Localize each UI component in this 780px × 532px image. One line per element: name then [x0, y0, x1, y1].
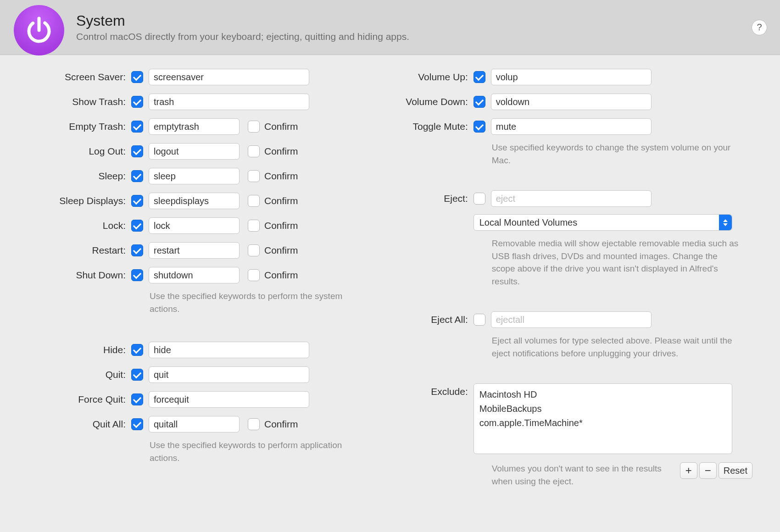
row-exclude: Exclude: Macintosh HD MobileBackups com.…: [377, 383, 752, 454]
system_actions-label: Sleep:: [0, 171, 131, 182]
row-app_actions-1: Quit:: [0, 366, 350, 383]
app_actions-checkbox[interactable]: [131, 369, 143, 381]
system_actions-checkbox[interactable]: [131, 121, 143, 133]
volume_actions-input[interactable]: [491, 69, 652, 85]
system_actions-checkbox[interactable]: [131, 96, 143, 108]
system_actions-input[interactable]: [149, 168, 240, 184]
system_actions-input[interactable]: [149, 193, 240, 209]
system_actions-checkbox[interactable]: [131, 170, 143, 182]
system_actions-checkbox[interactable]: [131, 244, 143, 256]
app_actions-input[interactable]: [149, 342, 309, 358]
exclude-label: Exclude:: [377, 383, 474, 397]
app_actions-checkbox[interactable]: [131, 344, 143, 356]
volume_actions-label: Volume Down:: [377, 96, 474, 107]
row-system_actions-0: Screen Saver:: [0, 69, 350, 85]
exclude-add-button[interactable]: +: [680, 462, 697, 479]
exclude-item[interactable]: Macintosh HD: [479, 388, 726, 402]
system_actions-input[interactable]: [149, 94, 309, 110]
row-volume_actions-2: Toggle Mute:: [377, 118, 752, 135]
system_actions-checkbox[interactable]: [131, 269, 143, 281]
column-volume-eject: Volume Up:Volume Down:Toggle Mute: Use s…: [377, 69, 752, 488]
volume_actions-label: Toggle Mute:: [377, 121, 474, 132]
exclude-reset-button[interactable]: Reset: [719, 462, 752, 479]
confirm-checkbox[interactable]: [248, 121, 260, 133]
confirm-wrap: Confirm: [248, 269, 298, 281]
row-volume_actions-0: Volume Up:: [377, 69, 752, 85]
exclude-footer: Volumes you don't want to see in the res…: [474, 462, 752, 488]
confirm-wrap: Confirm: [248, 121, 298, 133]
system_actions-label: Sleep Displays:: [0, 195, 131, 206]
eject-input[interactable]: [491, 190, 652, 207]
exclude-caption: Volumes you don't want to see in the res…: [492, 462, 680, 488]
system_actions-input[interactable]: [149, 118, 240, 135]
app_actions-label: Quit All:: [0, 419, 131, 430]
confirm-label: Confirm: [264, 220, 298, 231]
confirm-checkbox[interactable]: [248, 145, 260, 157]
system_actions-input[interactable]: [149, 267, 240, 283]
row-eject-all: Eject All:: [377, 311, 752, 328]
volume_actions-checkbox[interactable]: [474, 71, 485, 83]
confirm-label: Confirm: [264, 171, 298, 182]
row-system_actions-5: Sleep Displays:Confirm: [0, 193, 350, 209]
system_actions-input[interactable]: [149, 242, 240, 259]
confirm-wrap: Confirm: [248, 220, 298, 232]
eject-label: Eject:: [377, 193, 474, 204]
confirm-wrap: Confirm: [248, 244, 298, 256]
body: Screen Saver:Show Trash:Empty Trash:Conf…: [0, 55, 780, 501]
volume_actions-input[interactable]: [491, 94, 652, 110]
system_actions-label: Shut Down:: [0, 270, 131, 281]
app_actions-input[interactable]: [149, 366, 309, 383]
volume_actions-checkbox[interactable]: [474, 121, 485, 133]
exclude-item[interactable]: com.apple.TimeMachine*: [479, 416, 726, 430]
system_actions-label: Empty Trash:: [0, 121, 131, 132]
row-volume_actions-1: Volume Down:: [377, 94, 752, 110]
eject-scope-value: Local Mounted Volumes: [479, 217, 577, 228]
system_actions-checkbox[interactable]: [131, 220, 143, 232]
confirm-wrap: Confirm: [248, 418, 298, 430]
exclude-list[interactable]: Macintosh HD MobileBackups com.apple.Tim…: [474, 383, 732, 454]
row-system_actions-8: Shut Down:Confirm: [0, 267, 350, 283]
eject-caption: Removable media will show ejectable remo…: [474, 237, 740, 288]
app_actions-label: Hide:: [0, 344, 131, 355]
app_actions-input[interactable]: [149, 416, 240, 432]
system_actions-input[interactable]: [149, 217, 240, 234]
row-system_actions-6: Lock:Confirm: [0, 217, 350, 234]
eject-scope-select[interactable]: Local Mounted Volumes: [474, 214, 732, 231]
power-icon: [14, 5, 64, 55]
eject-all-checkbox[interactable]: [474, 314, 485, 326]
eject-all-input[interactable]: [491, 311, 652, 328]
exclude-item[interactable]: MobileBackups: [479, 402, 726, 416]
volume_actions-label: Volume Up:: [377, 72, 474, 83]
volume-caption: Use specified keywords to change the sys…: [474, 141, 740, 166]
system_actions-label: Log Out:: [0, 146, 131, 157]
system_actions-checkbox[interactable]: [131, 145, 143, 157]
eject-checkbox[interactable]: [474, 193, 485, 205]
app_actions-checkbox[interactable]: [131, 393, 143, 405]
app_actions-input[interactable]: [149, 391, 309, 408]
exclude-remove-button[interactable]: −: [699, 462, 717, 479]
confirm-checkbox[interactable]: [248, 195, 260, 207]
exclude-buttons: + − Reset: [680, 462, 752, 479]
app_actions-label: Quit:: [0, 369, 131, 380]
row-app_actions-2: Force Quit:: [0, 391, 350, 408]
system_actions-label: Screen Saver:: [0, 72, 131, 83]
help-button[interactable]: ?: [752, 20, 767, 35]
volume_actions-input[interactable]: [491, 118, 652, 135]
confirm-checkbox[interactable]: [248, 244, 260, 256]
volume_actions-checkbox[interactable]: [474, 96, 485, 108]
confirm-wrap: Confirm: [248, 170, 298, 182]
confirm-checkbox[interactable]: [248, 418, 260, 430]
system_actions-input[interactable]: [149, 143, 240, 160]
row-app_actions-0: Hide:: [0, 342, 350, 358]
app_actions-checkbox[interactable]: [131, 418, 143, 430]
system_actions-checkbox[interactable]: [131, 195, 143, 207]
confirm-checkbox[interactable]: [248, 170, 260, 182]
confirm-checkbox[interactable]: [248, 269, 260, 281]
system_actions-input[interactable]: [149, 69, 309, 85]
system_actions-checkbox[interactable]: [131, 71, 143, 83]
confirm-label: Confirm: [264, 146, 298, 157]
column-system-actions: Screen Saver:Show Trash:Empty Trash:Conf…: [0, 69, 350, 488]
page-title: System: [76, 12, 409, 29]
confirm-label: Confirm: [264, 121, 298, 132]
confirm-checkbox[interactable]: [248, 220, 260, 232]
